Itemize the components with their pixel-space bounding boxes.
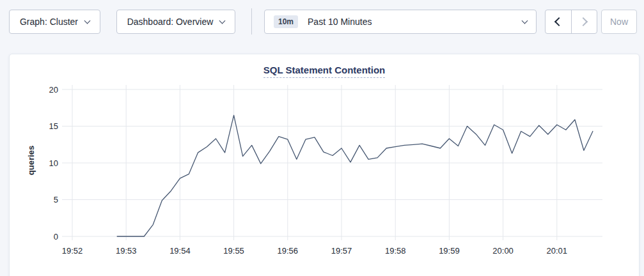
dashboard-dropdown[interactable]: Dashboard: Overview <box>116 10 235 34</box>
next-range-button[interactable] <box>572 10 597 33</box>
dashboard-dropdown-label: Dashboard: Overview <box>127 17 214 27</box>
x-tick-label: 19:57 <box>331 246 352 256</box>
y-axis-label: queries <box>26 146 36 175</box>
prev-range-button[interactable] <box>546 10 572 33</box>
chevron-left-icon <box>554 17 563 26</box>
chevron-down-icon <box>84 18 91 24</box>
y-tick-label: 10 <box>49 158 58 168</box>
x-tick-label: 19:52 <box>62 246 83 256</box>
x-tick-label: 19:58 <box>385 246 406 256</box>
x-tick-label: 19:54 <box>169 246 191 256</box>
y-tick-label: 0 <box>54 232 58 241</box>
graph-dropdown-label: Graph: Cluster <box>20 17 78 27</box>
series-line-queries <box>117 115 593 236</box>
x-tick-label: 19:56 <box>278 246 299 256</box>
x-tick-label: 19:59 <box>439 246 460 256</box>
chevron-down-icon <box>219 18 226 24</box>
x-tick-label: 19:53 <box>116 246 137 256</box>
x-tick-label: 20:00 <box>492 246 514 256</box>
chart-panel: SQL Statement Contention 0510152019:5219… <box>9 54 640 276</box>
time-range-badge: 10m <box>274 15 298 28</box>
chevron-right-icon <box>579 17 588 26</box>
y-tick-label: 5 <box>54 195 58 204</box>
time-range-nav <box>545 10 597 34</box>
graph-dropdown[interactable]: Graph: Cluster <box>9 10 100 34</box>
time-range-label: Past 10 Minutes <box>308 17 372 27</box>
now-button[interactable]: Now <box>601 10 637 34</box>
x-tick-label: 20:01 <box>547 246 568 256</box>
toolbar: Graph: Cluster Dashboard: Overview 10m P… <box>0 0 644 45</box>
y-tick-label: 15 <box>49 121 58 131</box>
x-tick-label: 19:55 <box>223 246 244 256</box>
y-tick-label: 20 <box>49 85 58 95</box>
chevron-down-icon <box>522 18 528 24</box>
contention-chart-plot[interactable]: 0510152019:5219:5319:5419:5519:5619:5719… <box>10 54 640 276</box>
time-range-selector[interactable]: 10m Past 10 Minutes <box>264 10 537 34</box>
toolbar-divider <box>251 8 252 34</box>
